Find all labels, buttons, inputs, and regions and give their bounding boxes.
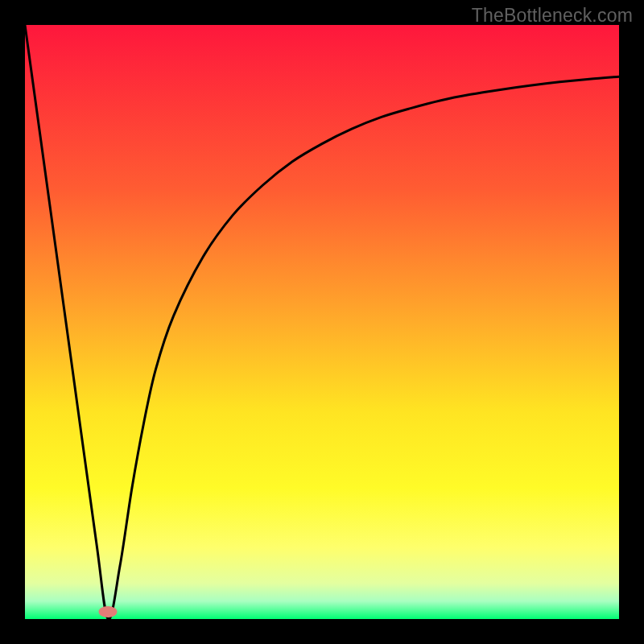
plot-area [25, 25, 619, 619]
chart-frame: TheBottleneck.com [0, 0, 644, 644]
bottleneck-curve [25, 25, 619, 619]
optimal-point-marker [99, 606, 118, 617]
curve-layer [25, 25, 619, 619]
watermark-text: TheBottleneck.com [472, 5, 633, 27]
